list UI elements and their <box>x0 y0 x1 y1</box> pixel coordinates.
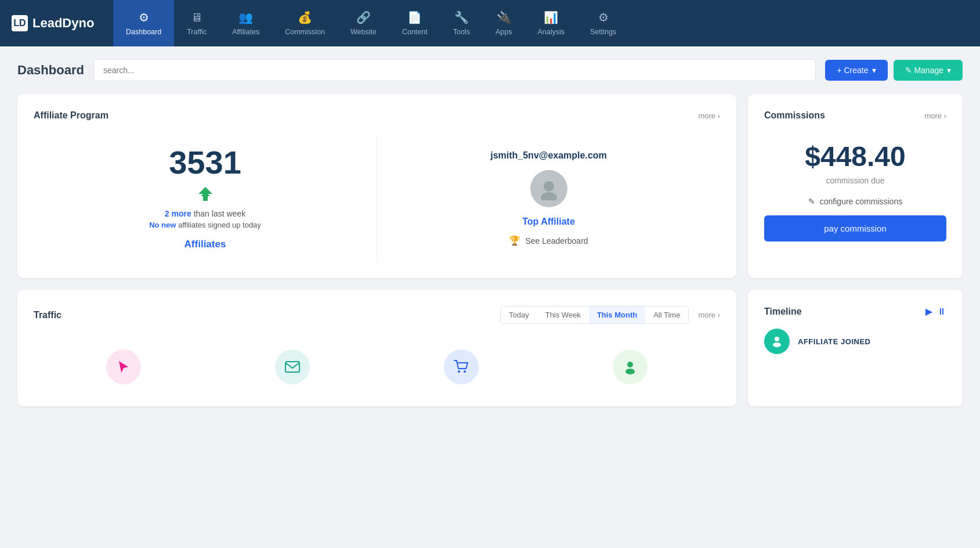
avatar <box>530 170 567 207</box>
nav-label-traffic: Traffic <box>187 28 207 36</box>
traffic-card-title: Traffic <box>34 310 62 320</box>
affiliate-more-link[interactable]: more › <box>698 111 720 120</box>
nav-item-settings[interactable]: ⚙ Settings <box>577 0 629 46</box>
up-arrow-icon <box>196 186 215 206</box>
affiliate-count: 3531 <box>169 146 241 179</box>
bottom-cards-row: Traffic Today This Week This Month All T… <box>17 290 963 406</box>
tab-all-time[interactable]: All Time <box>645 307 688 323</box>
affiliate-stats: 3531 2 more than last week No new affil <box>34 135 377 262</box>
svg-point-1 <box>541 192 557 200</box>
traffic-item-cart <box>444 349 479 384</box>
pay-commission-button[interactable]: pay commission <box>764 215 946 241</box>
nav-item-content[interactable]: 📄 Content <box>389 0 440 46</box>
nav-item-traffic[interactable]: 🖥 Traffic <box>174 0 219 46</box>
commission-amount: $448.40 <box>805 140 906 172</box>
affiliates-icon: 👥 <box>238 10 253 24</box>
svg-point-4 <box>464 370 466 373</box>
cart-icon <box>444 349 479 384</box>
commissions-card-title: Commissions <box>764 110 825 121</box>
nav-label-analysis: Analysis <box>537 28 565 36</box>
logo-icon: LD <box>12 15 28 31</box>
email-icon <box>275 349 310 384</box>
brand-logo[interactable]: LD LeadDyno <box>0 0 113 46</box>
svg-rect-2 <box>285 362 299 372</box>
nav-label-apps: Apps <box>496 28 512 36</box>
create-button[interactable]: + Create ▾ <box>825 60 887 81</box>
traffic-tabs: Today This Week This Month All Time <box>500 306 689 324</box>
configure-link[interactable]: ✎ configure commissions <box>808 197 902 206</box>
traffic-card-header: Traffic Today This Week This Month All T… <box>34 306 720 324</box>
nav-item-tools[interactable]: 🔧 Tools <box>440 0 483 46</box>
svg-point-0 <box>544 181 554 192</box>
tab-this-month[interactable]: This Month <box>589 307 645 323</box>
configure-label: configure commissions <box>820 197 902 206</box>
tab-this-week[interactable]: This Week <box>537 307 589 323</box>
header-actions: + Create ▾ ✎ Manage ▾ <box>825 60 963 81</box>
timeline-entry-label: AFFILIATE JOINED <box>798 337 870 346</box>
stat-today-text: No new affiliates signed up today <box>149 221 261 229</box>
top-affiliate-label: Top Affiliate <box>522 217 575 227</box>
traffic-item-email <box>275 349 310 384</box>
svg-point-7 <box>775 337 779 341</box>
person-icon <box>613 349 648 384</box>
tab-today[interactable]: Today <box>501 307 537 323</box>
timeline-card: Timeline ▶ ⏸ AFFILIATE JOINED <box>748 290 963 406</box>
configure-icon: ✎ <box>808 197 815 206</box>
analysis-icon: 📊 <box>544 10 558 24</box>
settings-icon: ⚙ <box>598 10 609 24</box>
timeline-entry: AFFILIATE JOINED <box>764 329 946 354</box>
nav-item-analysis[interactable]: 📊 Analysis <box>525 0 577 46</box>
main-content: Affiliate Program more › 3531 2 more tha… <box>0 94 980 424</box>
create-chevron-icon: ▾ <box>872 66 876 75</box>
affiliates-link[interactable]: Affiliates <box>185 239 226 250</box>
nav-item-dashboard[interactable]: ⚙ Dashboard <box>113 0 174 46</box>
traffic-more-link[interactable]: more › <box>698 311 720 319</box>
affiliate-card-header: Affiliate Program more › <box>34 110 720 121</box>
cursor-icon <box>106 349 141 384</box>
nav-item-website[interactable]: 🔗 Website <box>338 0 389 46</box>
traffic-header-right: Today This Week This Month All Time more… <box>500 306 720 324</box>
leaderboard-link[interactable]: 🏆 See Leaderboard <box>509 235 588 246</box>
leaderboard-label: See Leaderboard <box>525 236 588 246</box>
stat-today-bold: No new <box>149 221 176 229</box>
nav-label-website: Website <box>350 28 377 36</box>
manage-chevron-icon: ▾ <box>947 66 951 75</box>
nav-items: ⚙ Dashboard 🖥 Traffic 👥 Affiliates 💰 Com… <box>113 0 980 46</box>
traffic-card: Traffic Today This Week This Month All T… <box>17 290 736 406</box>
timeline-pause-button[interactable]: ⏸ <box>937 306 946 317</box>
traffic-icons-row <box>34 338 720 390</box>
brand-name: LeadDyno <box>32 16 94 31</box>
commissions-card: Commissions more › $448.40 commission du… <box>748 94 963 278</box>
stat-more-text: 2 more than last week <box>165 209 245 218</box>
commissions-card-header: Commissions more › <box>764 110 946 121</box>
nav-label-affiliates: Affiliates <box>232 28 259 36</box>
nav-item-commission[interactable]: 💰 Commission <box>272 0 338 46</box>
commissions-more-link[interactable]: more › <box>924 111 946 120</box>
content-icon: 📄 <box>407 10 422 24</box>
nav-label-tools: Tools <box>453 28 470 36</box>
timeline-play-button[interactable]: ▶ <box>925 306 932 317</box>
nav-item-apps[interactable]: 🔌 Apps <box>483 0 525 46</box>
nav-label-content: Content <box>402 28 428 36</box>
timeline-avatar <box>764 329 790 354</box>
svg-point-5 <box>627 362 633 367</box>
manage-button[interactable]: ✎ Manage ▾ <box>894 60 963 81</box>
traffic-item-cursor <box>106 349 141 384</box>
stat-more-bold: 2 more <box>165 209 191 218</box>
create-label: + Create <box>837 66 868 75</box>
commission-label: commission due <box>826 176 884 185</box>
tools-icon: 🔧 <box>454 10 469 24</box>
search-input[interactable] <box>93 59 816 81</box>
timeline-header: Timeline ▶ ⏸ <box>764 306 946 317</box>
nav-item-affiliates[interactable]: 👥 Affiliates <box>219 0 272 46</box>
svg-point-6 <box>625 369 635 374</box>
manage-label: ✎ Manage <box>905 66 943 75</box>
svg-point-3 <box>458 370 460 373</box>
stat-today-rest: affiliates signed up today <box>178 221 261 229</box>
svg-point-8 <box>773 342 781 347</box>
top-affiliate-section: jsmith_5nv@example.com Top Affiliate 🏆 S… <box>377 135 720 262</box>
affiliate-program-card: Affiliate Program more › 3531 2 more tha… <box>17 94 736 278</box>
trophy-icon: 🏆 <box>509 235 520 246</box>
commission-icon: 💰 <box>298 10 312 24</box>
apps-icon: 🔌 <box>497 10 511 24</box>
